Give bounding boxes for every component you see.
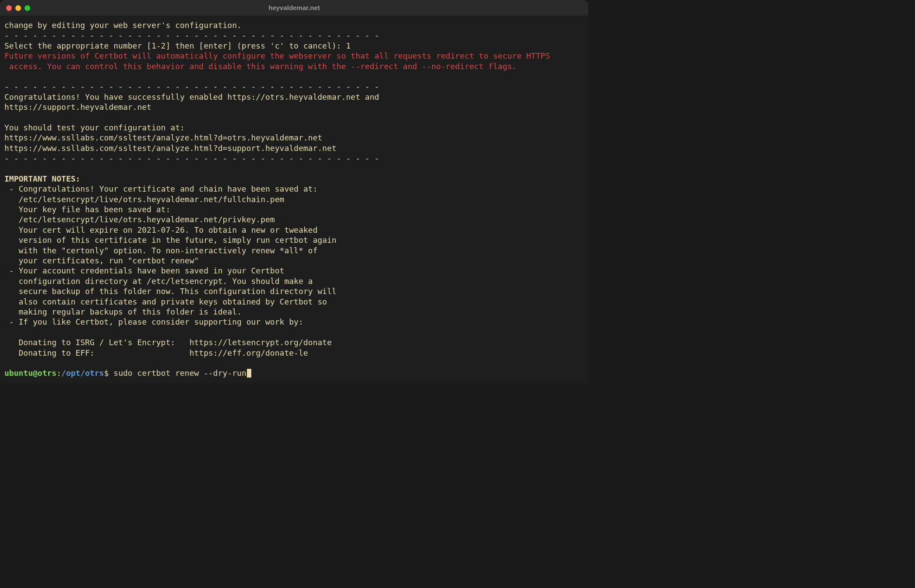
output-line: secure backup of this folder now. This c…: [4, 286, 584, 296]
output-line: - Your account credentials have been sav…: [4, 266, 584, 276]
output-line: - If you like Certbot, please consider s…: [4, 317, 584, 327]
output-line: - - - - - - - - - - - - - - - - - - - - …: [4, 153, 584, 163]
output-line-warning: access. You can control this behavior an…: [4, 61, 584, 71]
output-line: Select the appropriate number [1-2] then…: [4, 41, 584, 51]
output-line: Congratulations! You have successfully e…: [4, 92, 584, 102]
prompt-user-host: ubuntu@otrs: [4, 368, 56, 378]
important-notes-heading: IMPORTANT NOTES:: [4, 174, 584, 184]
output-line-warning: Future versions of Certbot will automati…: [4, 51, 584, 61]
cursor-icon: [247, 369, 251, 378]
terminal-output[interactable]: change by editing your web server's conf…: [0, 16, 588, 384]
prompt-line: ubuntu@otrs:/opt/otrs$ sudo certbot rene…: [4, 368, 584, 378]
output-line: [4, 71, 584, 81]
close-icon[interactable]: [6, 5, 12, 11]
output-line: https://www.ssllabs.com/ssltest/analyze.…: [4, 133, 584, 143]
prompt-colon: :: [56, 368, 61, 378]
window-title: heyvaldemar.net: [268, 4, 320, 12]
output-line: Donating to EFF: https://eff.org/donate-…: [4, 348, 584, 358]
output-line: Your cert will expire on 2021-07-26. To …: [4, 225, 584, 235]
maximize-icon[interactable]: [25, 5, 30, 11]
output-line: [4, 358, 584, 368]
terminal-window: heyvaldemar.net change by editing your w…: [0, 0, 588, 384]
output-line: [4, 112, 584, 122]
traffic-lights: [6, 5, 30, 11]
minimize-icon[interactable]: [15, 5, 21, 11]
output-line: also contain certificates and private ke…: [4, 297, 584, 307]
output-line: [4, 327, 584, 337]
output-line: https://www.ssllabs.com/ssltest/analyze.…: [4, 143, 584, 153]
command-input[interactable]: sudo certbot renew --dry-run: [109, 368, 246, 378]
titlebar: heyvaldemar.net: [0, 0, 588, 16]
output-line: - Congratulations! Your certificate and …: [4, 184, 584, 194]
output-line: https://support.heyvaldemar.net: [4, 102, 584, 112]
output-line: configuration directory at /etc/letsencr…: [4, 276, 584, 286]
output-line: your certificates, run "certbot renew": [4, 256, 584, 266]
output-line: /etc/letsencrypt/live/otrs.heyvaldemar.n…: [4, 194, 584, 204]
prompt-symbol: $: [104, 368, 109, 378]
output-line: Your key file has been saved at:: [4, 204, 584, 214]
output-line: - - - - - - - - - - - - - - - - - - - - …: [4, 81, 584, 91]
output-line: [4, 163, 584, 173]
output-line: change by editing your web server's conf…: [4, 20, 584, 30]
output-line: /etc/letsencrypt/live/otrs.heyvaldemar.n…: [4, 214, 584, 224]
prompt-path: /opt/otrs: [61, 368, 104, 378]
output-line: version of this certificate in the futur…: [4, 235, 584, 245]
output-line: making regular backups of this folder is…: [4, 307, 584, 317]
output-line: Donating to ISRG / Let's Encrypt: https:…: [4, 337, 584, 347]
output-line: with the "certonly" option. To non-inter…: [4, 245, 584, 256]
output-line: You should test your configuration at:: [4, 122, 584, 133]
output-line: - - - - - - - - - - - - - - - - - - - - …: [4, 30, 584, 40]
